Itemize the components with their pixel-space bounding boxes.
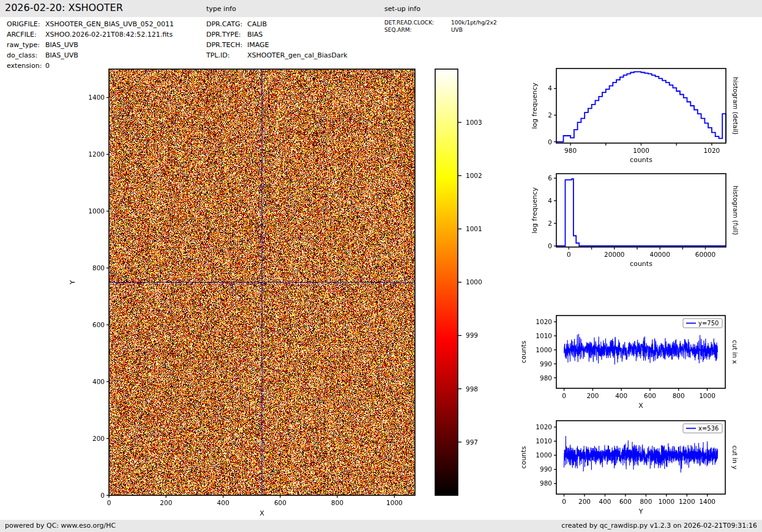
cut-in-x-plot: 02004006008001000980990100010101020Xcoun…	[520, 316, 739, 410]
tick-label: 4	[548, 84, 552, 92]
tick-label: 980	[540, 374, 552, 382]
tick-label: 200	[92, 435, 105, 442]
tick-label: 400	[599, 498, 611, 505]
tick-label: 999	[466, 331, 478, 339]
cut-in-y-plot: 0200400600800100012001400980990100010101…	[520, 421, 739, 515]
tick-label: 980	[564, 147, 577, 154]
meta-row: TPL.ID:XSHOOTER_gen_cal_BiasDark	[206, 50, 348, 61]
y-axis-label: counts	[520, 341, 528, 363]
tick-label: 600	[274, 499, 286, 506]
meta-row: DPR.CATG:CALIB	[206, 19, 348, 29]
tick-label: 1002	[466, 172, 482, 179]
meta-row: ORIGFILE:XSHOOTER_GEN_BIAS_UVB_052_0011	[7, 19, 174, 29]
tick-label: 1003	[466, 119, 482, 126]
bias-image-canvas	[109, 69, 415, 495]
meta-row: DET.READ.CLOCK:100k/1pt/hg/2x2	[384, 19, 497, 26]
meta-row: do_class:BIAS_UVB	[7, 50, 174, 61]
header-bar: 2026-02-20: XSHOOTER type info set-up in…	[0, 0, 762, 17]
page-title: 2026-02-20: XSHOOTER	[5, 2, 123, 13]
tick-label: 1020	[536, 318, 552, 325]
tick-label: 600	[619, 498, 632, 505]
tick-label: 2	[548, 220, 552, 227]
tick-label: 0	[107, 499, 111, 506]
tick-label: 980	[540, 479, 552, 487]
tick-label: 1000	[536, 451, 552, 459]
y-axis-label: log frequency	[531, 187, 539, 234]
tick-label: 0	[100, 492, 105, 499]
meta-value: BIAS_UVB	[45, 51, 78, 59]
tick-label: 1020	[704, 147, 720, 154]
setup-info-heading: set-up info	[384, 5, 420, 13]
tick-label: 200	[160, 499, 172, 506]
meta-row: DPR.TYPE:BIAS	[206, 29, 348, 40]
meta-label: do_class:	[7, 50, 45, 61]
x-axis-label: X	[260, 509, 264, 517]
meta-label: ARCFILE:	[7, 29, 45, 40]
footer-created-by: created by qc_rawdisp.py v1.2.3 on 2026-…	[561, 520, 757, 532]
tick-label: 400	[615, 392, 627, 399]
tick-label: 997	[466, 438, 478, 446]
tick-label: 4	[548, 197, 552, 204]
file-info-block: ORIGFILE:XSHOOTER_GEN_BIAS_UVB_052_0011 …	[7, 19, 174, 71]
tick-label: 600	[644, 392, 656, 399]
tick-label: 0	[548, 138, 552, 146]
histogram-detail-series	[556, 72, 726, 141]
right-axis-label: histogram (full)	[732, 186, 739, 235]
x-axis-label: X	[638, 402, 643, 410]
meta-label: TPL.ID:	[206, 50, 247, 61]
histogram-full-frame	[556, 174, 726, 247]
legend-box	[683, 424, 722, 433]
meta-value: 0	[45, 62, 50, 70]
right-axis-label: cut in y	[731, 445, 739, 469]
tick-label: 2	[548, 111, 552, 119]
x-axis-label: counts	[630, 156, 652, 164]
tick-label: 990	[540, 360, 552, 368]
histogram-full-plot: 02000040000600000246countslog frequencyh…	[531, 174, 739, 268]
y-axis-label: counts	[520, 446, 528, 468]
tick-label: 0	[548, 242, 552, 249]
meta-value: UVB	[451, 27, 463, 33]
meta-label: DPR.TYPE:	[206, 29, 247, 40]
meta-value: 100k/1pt/hg/2x2	[451, 20, 497, 26]
legend-label: y=750	[698, 320, 719, 327]
meta-label: raw_type:	[7, 40, 45, 50]
meta-label: DPR.TECH:	[206, 40, 247, 50]
cut-in-y-series	[564, 436, 718, 473]
tick-label: 1200	[88, 150, 105, 158]
meta-value: XSHOO.2026-02-21T08:42:52.121.fits	[45, 31, 173, 39]
meta-value: IMAGE	[247, 41, 269, 49]
tick-label: 1000	[699, 392, 715, 399]
right-axis-label: cut in x	[731, 340, 739, 364]
legend-box	[683, 319, 722, 328]
cut-in-y-frame	[556, 421, 725, 494]
tick-label: 1000	[658, 498, 674, 505]
meta-value: XSHOOTER_GEN_BIAS_UVB_052_0011	[45, 20, 174, 28]
meta-row: SEQ.ARM:UVB	[384, 26, 497, 34]
tick-label: 400	[92, 378, 105, 385]
tick-label: 600	[92, 321, 105, 328]
tick-label: 1020	[536, 423, 552, 430]
tick-label: 1400	[699, 498, 715, 505]
tick-label: 800	[673, 392, 685, 399]
tick-label: 1000	[88, 207, 105, 215]
tick-label: 800	[331, 499, 343, 506]
tick-label: 60000	[695, 251, 715, 258]
tick-label: 200	[578, 498, 591, 505]
footer-powered-by: powered by QC: www.eso.org/HC	[5, 520, 116, 532]
meta-value: CALIB	[247, 20, 267, 28]
tick-label: 1001	[466, 225, 482, 232]
meta-label: extension:	[7, 61, 45, 71]
tick-label: 1400	[88, 94, 105, 101]
qc-report-page: 2026-02-20: XSHOOTER type info set-up in…	[0, 0, 762, 532]
tick-label: 1010	[536, 437, 552, 445]
meta-value: BIAS_UVB	[45, 41, 78, 49]
histogram-full-series	[556, 179, 726, 246]
tick-label: 1000	[633, 147, 649, 154]
meta-row: raw_type:BIAS_UVB	[7, 40, 174, 50]
y-axis-label: Y	[69, 280, 77, 285]
meta-value: BIAS	[247, 31, 263, 39]
cut-in-x-series	[564, 334, 718, 364]
footer-bar: powered by QC: www.eso.org/HC created by…	[0, 520, 762, 532]
tick-label: 1000	[466, 278, 482, 286]
tick-label: 20000	[604, 251, 624, 258]
